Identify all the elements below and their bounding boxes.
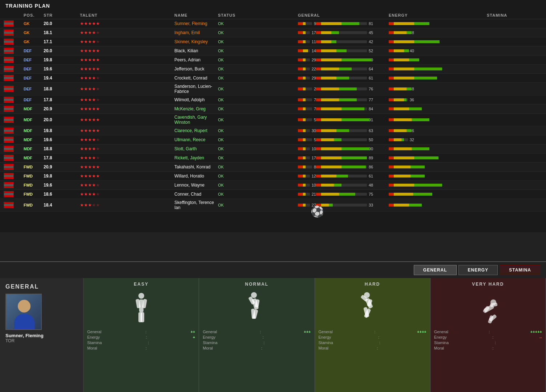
player-stars: ★★★★★ bbox=[80, 57, 174, 62]
table-row[interactable]: FWD 18.4 ★★★★★ Skeffington, Terence Ian … bbox=[0, 199, 546, 212]
player-name[interactable]: Ullmann, Reece bbox=[174, 137, 218, 142]
player-energy-bar: 75 bbox=[316, 192, 389, 196]
table-row[interactable]: MDF 20.9 ★★★★★ McKenzie, Greg OK 7 84 62 bbox=[0, 105, 546, 114]
table-row[interactable]: FWD 20.9 ★★★★★ Takahashi, Konrad OK 8 86… bbox=[0, 163, 546, 172]
table-row[interactable]: DEF 20.0 ★★★★★ Black, Kilian OK 14 52 40 bbox=[0, 46, 546, 56]
stat-value-general: +++ bbox=[304, 330, 311, 334]
player-name[interactable]: Lennox, Wayne bbox=[174, 183, 218, 188]
player-name[interactable]: Skeffington, Terence Ian bbox=[174, 200, 218, 210]
player-name[interactable]: McKenzie, Greg bbox=[174, 106, 218, 111]
table-row[interactable]: MDF 19.6 ★★★★★ Ullmann, Reece OK 5 50 32 bbox=[0, 135, 546, 144]
player-name[interactable]: Crockett, Conrad bbox=[174, 75, 218, 81]
header-energy: ENERGY bbox=[389, 13, 487, 17]
table-row[interactable]: FWD 19.8 ★★★★★ Willard, Horatio OK 12 61… bbox=[0, 172, 546, 181]
table-row[interactable]: GK 18.1 ★★★★★ Ingham, Emil OK 17 45 48 bbox=[0, 28, 546, 37]
difficulty-stats: General : ++++ Energy : Stamina : Moral … bbox=[319, 330, 426, 351]
svg-point-0 bbox=[138, 293, 144, 299]
table-row[interactable]: GK 17.1 ★★★★★ Skinner, Kingsley OK 11 42… bbox=[0, 37, 546, 46]
difficulty-title: NORMAL bbox=[245, 282, 269, 287]
player-str: 20.0 bbox=[44, 21, 80, 26]
difficulty-card-normal[interactable]: NORMAL General : +++ Energy : Stamina : … bbox=[199, 278, 315, 392]
player-str: 19.8 bbox=[44, 173, 80, 179]
player-name[interactable]: Skinner, Kingsley bbox=[174, 39, 218, 44]
player-general-bar: 17 bbox=[298, 30, 316, 35]
player-name[interactable]: Wilmott, Adolph bbox=[174, 97, 218, 102]
table-row[interactable]: GK 20.0 ★★★★★ Sumner, Fleming OK 9 81 71 bbox=[0, 19, 546, 28]
table-row[interactable]: MDF 17.8 ★★★★★ Rickett, Jayden OK 17 89 … bbox=[0, 154, 546, 163]
stat-row-moral: Moral : bbox=[87, 346, 195, 350]
player-pos: DEF bbox=[24, 98, 44, 102]
player-name[interactable]: Takahashi, Konrad bbox=[174, 164, 218, 170]
player-status: OK bbox=[218, 87, 298, 91]
difficulty-card-very-hard[interactable]: VERY HARD General : +++++ Energy : -- St… bbox=[430, 278, 546, 392]
player-general-bar: 17 bbox=[298, 156, 316, 160]
table-row[interactable]: MDF 20.0 ★★★★★ Cavendish, Gary Winston O… bbox=[0, 114, 546, 126]
stat-colon: : bbox=[489, 330, 490, 334]
player-pos: GK bbox=[24, 40, 44, 44]
player-pos: GK bbox=[24, 21, 44, 26]
player-stars: ★★★★★ bbox=[80, 21, 174, 26]
stat-label-general: General bbox=[434, 330, 448, 334]
stat-label-stamina: Stamina bbox=[319, 340, 333, 345]
stat-label-general: General bbox=[87, 330, 101, 334]
player-pos: FWD bbox=[24, 192, 44, 196]
table-row[interactable]: DEF 17.8 ★★★★★ Wilmott, Adolph OK 7 77 3… bbox=[0, 95, 546, 105]
player-name[interactable]: Jefferson, Buck bbox=[174, 66, 218, 72]
stat-label-energy: Energy bbox=[87, 335, 100, 339]
stat-row-stamina: Stamina : bbox=[203, 340, 311, 345]
stat-colon: : bbox=[495, 340, 496, 345]
player-stars: ★★★★★ bbox=[80, 97, 174, 102]
player-stars: ★★★★★ bbox=[80, 192, 174, 197]
player-str: 20.0 bbox=[44, 117, 80, 122]
tab-energy[interactable]: ENERGY bbox=[458, 265, 498, 275]
table-row[interactable]: DEF 19.8 ★★★★★ Peers, Adrian OK 29 90 57 bbox=[0, 56, 546, 65]
player-name[interactable]: Stott, Garth bbox=[174, 146, 218, 151]
table-row[interactable]: DEF 18.8 ★★★★★ Sanderson, Lucien-Fabrice… bbox=[0, 83, 546, 95]
header-pos: POS. bbox=[24, 13, 44, 17]
player-name[interactable]: Sanderson, Lucien-Fabrice bbox=[174, 84, 218, 94]
player-flag bbox=[4, 164, 24, 170]
difficulty-card-hard[interactable]: HARD General : ++++ Energy : Stamina : M… bbox=[315, 278, 430, 392]
stat-row-moral: Moral : bbox=[319, 346, 426, 350]
table-row[interactable]: FWD 19.6 ★★★★★ Lennox, Wayne OK 10 48 93 bbox=[0, 181, 546, 190]
table-row[interactable]: MDF 18.8 ★★★★★ Stott, Garth OK 10 90 76 bbox=[0, 144, 546, 154]
difficulty-title: HARD bbox=[365, 282, 380, 287]
player-name[interactable]: Black, Kilian bbox=[174, 48, 218, 53]
player-name[interactable]: Peers, Adrian bbox=[174, 57, 218, 62]
player-stamina-bar: 46 bbox=[389, 128, 414, 133]
player-str: 18.4 bbox=[44, 203, 80, 208]
stat-colon: : bbox=[374, 330, 375, 334]
player-name[interactable]: Ingham, Emil bbox=[174, 30, 218, 35]
player-status: OK bbox=[218, 40, 298, 44]
stat-colon: : bbox=[493, 335, 494, 339]
difficulty-card-easy[interactable]: EASY General : ++ Energy : + Stamina : M… bbox=[84, 278, 199, 392]
difficulty-figure bbox=[473, 290, 502, 326]
player-energy-bar: 89 bbox=[316, 156, 389, 160]
stat-row-stamina: Stamina : bbox=[434, 340, 542, 345]
stat-value-energy: -- bbox=[539, 335, 542, 339]
tab-general[interactable]: GENERAL bbox=[414, 265, 457, 275]
player-stamina-bar: 40 bbox=[389, 49, 414, 53]
player-name[interactable]: Rickett, Jayden bbox=[174, 155, 218, 160]
player-stamina-bar: 88 bbox=[389, 40, 414, 44]
player-pos: MDF bbox=[24, 118, 44, 122]
player-status: OK bbox=[218, 138, 298, 142]
player-status: OK bbox=[218, 30, 298, 35]
player-flag bbox=[4, 191, 24, 197]
player-name[interactable]: Cavendish, Gary Winston bbox=[174, 115, 218, 125]
player-stars: ★★★★★ bbox=[80, 173, 174, 179]
player-name[interactable]: Conner, Chad bbox=[174, 192, 218, 197]
table-row[interactable]: FWD 18.6 ★★★★★ Conner, Chad OK 21 75 79 bbox=[0, 190, 546, 199]
player-name[interactable]: Clarence, Rupert bbox=[174, 128, 218, 133]
player-status: OK bbox=[218, 156, 298, 160]
player-name[interactable]: Willard, Horatio bbox=[174, 173, 218, 179]
table-row[interactable]: DEF 19.6 ★★★★★ Jefferson, Buck OK 22 64 … bbox=[0, 65, 546, 74]
player-name[interactable]: Sumner, Fleming bbox=[174, 21, 218, 26]
stat-value-general: ++++ bbox=[417, 330, 426, 334]
stat-colon: : bbox=[145, 330, 146, 334]
tab-stamina[interactable]: STAMINA bbox=[500, 265, 541, 275]
table-row[interactable]: MDF 19.8 ★★★★★ Clarence, Rupert OK 30 63… bbox=[0, 126, 546, 135]
stat-colon: : bbox=[260, 330, 261, 334]
bottom-section: GENERAL ENERGY STAMINA GENERAL Sumner, F… bbox=[0, 261, 546, 392]
table-row[interactable]: DEF 19.4 ★★★★★ Crockett, Conrad OK 29 61… bbox=[0, 74, 546, 83]
